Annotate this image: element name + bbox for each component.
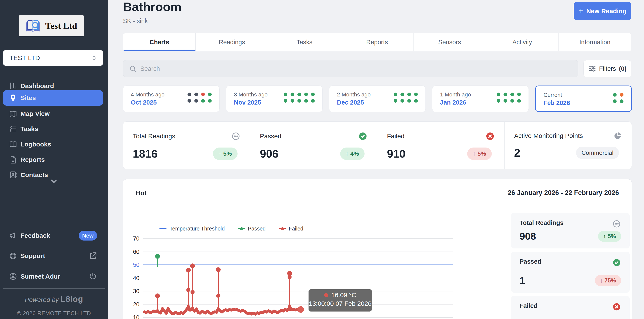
stat-passed: Passed 906 ↑ 4% (250, 122, 378, 169)
month-card-oct-2025[interactable]: 4 Months ago Oct 2025 (123, 86, 220, 112)
megaphone-icon (9, 232, 17, 240)
svg-text:60: 60 (133, 249, 140, 255)
user-circle-icon (9, 272, 17, 280)
l8log-logo: L8log (60, 295, 83, 304)
new-reading-button[interactable]: + New Reading (574, 2, 632, 20)
stat-value: 908 (520, 230, 536, 242)
stat-trend-badge: ↑ 5% (467, 148, 492, 160)
tooltip-value: 16.09 °C (331, 292, 356, 299)
stat-value: 906 (260, 147, 278, 160)
month-card-nov-2025[interactable]: 3 Months ago Nov 2025 (226, 86, 323, 112)
tab-readings[interactable]: Readings (196, 33, 268, 51)
chevron-updown-icon (91, 54, 98, 61)
tab-sensors[interactable]: Sensors (414, 33, 486, 51)
sidebar-item-sites[interactable]: Sites (3, 90, 103, 106)
sidebar: Test Ltd TEST LTD Dashboard Sites Map Vi… (0, 0, 108, 319)
stat-trend-badge: ↑ 5% (213, 148, 237, 160)
sidebar-divider (3, 288, 105, 289)
ellipsis-circle-icon (612, 219, 621, 228)
logo-text: Test Ltd (45, 21, 77, 31)
page-title: Bathroom (123, 0, 182, 14)
search-input[interactable] (140, 65, 572, 72)
plus-icon: + (578, 6, 583, 16)
tab-charts[interactable]: Charts (123, 33, 196, 51)
tab-activity[interactable]: Activity (486, 33, 558, 51)
check-circle-icon (612, 258, 621, 267)
reading-dots (613, 93, 624, 103)
sidebar-item-label: Logbooks (20, 141, 51, 148)
stat-title: Failed (520, 302, 538, 310)
sliders-icon (588, 65, 596, 72)
failed-dot-icon (324, 293, 328, 297)
sidebar-item-label: Support (20, 252, 45, 260)
tooltip-time: 13:00:00 07 Feb 2026 (308, 300, 372, 307)
month-ago: 2 Months ago (337, 91, 371, 98)
sidebar-item-label: Map View (20, 110, 50, 118)
search-icon (129, 65, 136, 72)
stat-value: 1 (520, 275, 525, 286)
stat-type-badge: Commercial (576, 147, 619, 159)
month-card-jan-2026[interactable]: 1 Month ago Jan 2026 (432, 86, 529, 112)
stat-title: Failed (387, 132, 404, 140)
pie-icon (614, 132, 622, 140)
temperature-chart[interactable]: 70605040302010 (130, 224, 462, 319)
sidebar-item-label: Feedback (20, 232, 50, 239)
page-subtitle: SK - sink (123, 18, 148, 24)
bar-chart-icon (9, 82, 17, 90)
chart-tooltip: 16.09 °C 13:00:00 07 Feb 2026 (308, 289, 372, 312)
sidebar-item-tasks[interactable]: Tasks (3, 121, 103, 136)
chart-title: Hot (136, 190, 146, 197)
external-link-icon (88, 252, 97, 260)
sidebar-item-feedback[interactable]: Feedback New (3, 228, 103, 243)
svg-text:30: 30 (133, 288, 140, 294)
side-stat-total-readings: Total Readings 908 ↑ 5% (511, 213, 630, 248)
book-icon (9, 140, 17, 148)
sidebar-item-label: Reports (20, 156, 45, 163)
stat-title: Total Readings (520, 219, 564, 226)
tab-reports[interactable]: Reports (341, 33, 413, 51)
stat-value: 2 (514, 146, 520, 159)
sidebar-item-user[interactable]: Sumeet Adur (3, 269, 103, 284)
sidebar-item-map-view[interactable]: Map View (3, 106, 103, 122)
chart-date-range: 26 January 2026 - 22 February 2026 (508, 189, 619, 197)
sidebar-more-chevron-down-icon[interactable] (48, 178, 60, 185)
company-logo: Test Ltd (19, 16, 84, 36)
sidebar-item-support[interactable]: Support (3, 248, 103, 264)
sidebar-item-label: Sites (20, 94, 36, 102)
stat-failed: Failed 910 ↑ 5% (378, 122, 504, 169)
svg-text:70: 70 (133, 236, 140, 242)
tab-tasks[interactable]: Tasks (268, 33, 341, 51)
svg-text:20: 20 (133, 301, 140, 308)
filters-button[interactable]: Filters (0) (584, 60, 632, 77)
sidebar-item-label: Contacts (20, 171, 48, 178)
copyright: © 2026 REMOTE TECH LTD (0, 310, 108, 317)
stat-total-readings: Total Readings 1816 ↑ 5% (123, 122, 250, 169)
month-label: Nov 2025 (234, 99, 261, 106)
month-card-dec-2025[interactable]: 2 Months ago Dec 2025 (329, 86, 426, 112)
month-ago: 3 Months ago (234, 91, 268, 98)
stat-title: Passed (260, 132, 282, 140)
logout-power-icon[interactable] (88, 272, 97, 281)
powered-by: Powered by L8log (0, 295, 108, 304)
svg-text:50: 50 (133, 262, 140, 268)
month-card-feb-2026-current[interactable]: Current Feb 2026 (535, 86, 632, 112)
sidebar-item-label: Dashboard (20, 82, 54, 90)
side-stat-passed: Passed 1 ↓ 75% (511, 252, 630, 293)
sidebar-item-reports[interactable]: Reports (3, 152, 103, 168)
reading-dots (188, 92, 212, 103)
organisation-select[interactable]: TEST LTD (3, 50, 103, 66)
month-label: Oct 2025 (131, 99, 157, 106)
tab-information[interactable]: Information (559, 33, 631, 51)
svg-text:10: 10 (133, 314, 140, 319)
contacts-icon (9, 171, 17, 179)
stat-title: Total Readings (133, 132, 175, 140)
sidebar-item-logbooks[interactable]: Logbooks (3, 136, 103, 152)
x-circle-icon (612, 302, 621, 311)
organisation-select-value: TEST LTD (10, 54, 40, 62)
month-label: Dec 2025 (337, 99, 364, 106)
checklist-icon (9, 125, 17, 133)
month-label: Feb 2026 (544, 100, 570, 106)
book-magnifier-logo-icon (26, 19, 42, 33)
summary-stats-card: Total Readings 1816 ↑ 5% Passed 906 ↑ 4%… (123, 122, 632, 169)
stat-active-monitoring-points: Active Monitoring Points 2 Commercial (504, 122, 632, 169)
